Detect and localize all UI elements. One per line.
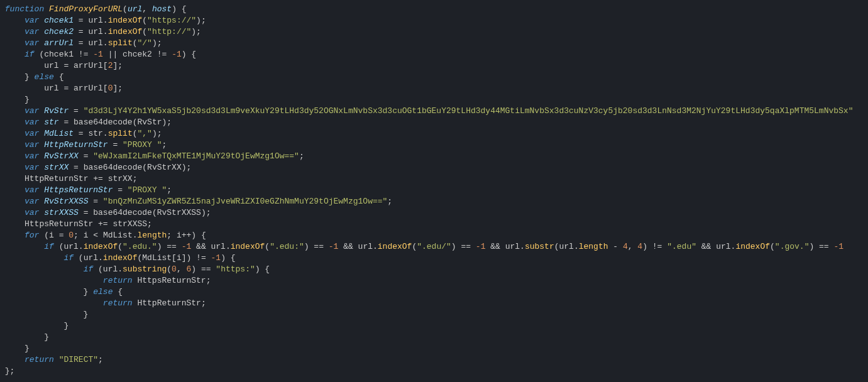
fn-name: FindProxyForURL bbox=[49, 4, 123, 14]
code-block: function FindProxyForURL(url, host) { va… bbox=[0, 0, 868, 377]
kw-function: function bbox=[5, 4, 44, 14]
